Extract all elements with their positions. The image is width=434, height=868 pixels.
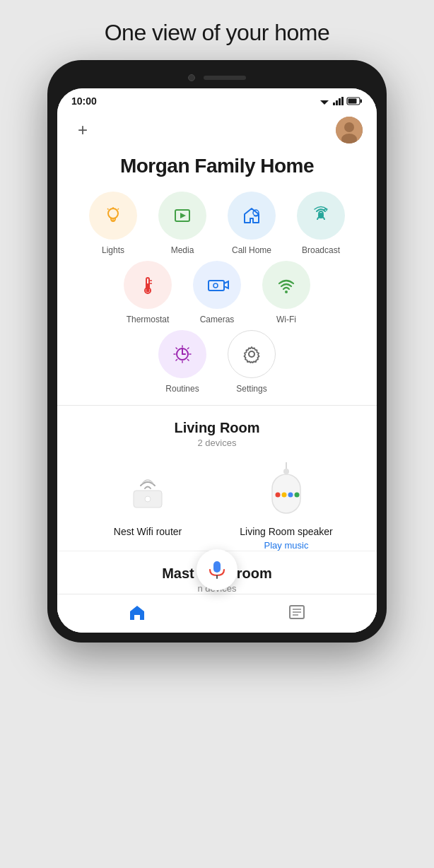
wifi-icon-circle — [262, 261, 310, 309]
status-bar: 10:00 — [57, 88, 377, 111]
nest-wifi-device[interactable]: Nest Wifi router — [98, 462, 197, 537]
broadcast-icon — [310, 204, 332, 227]
home-title: Morgan Family Home — [57, 152, 377, 192]
list-nav-icon — [288, 603, 306, 621]
callhome-label: Call Home — [232, 245, 271, 255]
icon-grid: Lights Media — [57, 192, 377, 394]
wifi-status-icon — [319, 97, 330, 105]
bottom-area: Mast room n devices — [57, 551, 377, 633]
settings-icon-circle — [228, 330, 276, 378]
routines-icon — [171, 343, 194, 365]
svg-point-48 — [283, 469, 289, 474]
settings-label: Settings — [236, 384, 266, 394]
icon-row-1: Lights Media — [69, 192, 365, 255]
status-time: 10:00 — [71, 95, 97, 107]
thermostat-icon-circle — [124, 261, 172, 309]
phone-frame: 10:00 — [47, 60, 387, 643]
status-icons — [319, 97, 363, 105]
callhome-icon-circle — [228, 192, 276, 240]
divider — [57, 405, 377, 406]
top-bar: + — [57, 111, 377, 152]
master-room-title-part2: room — [237, 565, 272, 582]
icon-row-2: Thermostat Cameras — [69, 261, 365, 324]
home-nav-icon — [128, 603, 146, 621]
svg-rect-2 — [333, 102, 335, 105]
svg-point-52 — [288, 493, 293, 498]
nav-list[interactable] — [276, 603, 318, 621]
svg-rect-8 — [348, 99, 357, 104]
avatar[interactable] — [336, 117, 363, 143]
callhome-button[interactable]: Call Home — [220, 192, 283, 255]
mic-fab-button[interactable] — [197, 549, 237, 590]
svg-point-44 — [249, 351, 254, 357]
cameras-button[interactable]: Cameras — [185, 261, 249, 324]
svg-marker-18 — [180, 213, 186, 218]
callhome-icon — [240, 204, 263, 227]
svg-line-43 — [176, 360, 177, 361]
svg-rect-29 — [209, 281, 224, 291]
svg-rect-5 — [341, 97, 344, 105]
broadcast-icon-circle — [297, 192, 345, 240]
svg-marker-30 — [224, 281, 228, 288]
svg-point-10 — [344, 122, 354, 132]
signal-icon — [333, 97, 344, 105]
living-room-speaker-device[interactable]: Living Room speaker Play music — [237, 462, 336, 551]
broadcast-label: Broadcast — [302, 245, 340, 255]
svg-point-51 — [282, 493, 287, 498]
icon-row-3: Routines Settings — [69, 330, 365, 394]
router-svg — [119, 466, 176, 515]
thermostat-button[interactable]: Thermostat — [116, 261, 180, 324]
wifi-label: Wi-Fi — [276, 315, 296, 324]
phone-notch — [57, 70, 377, 88]
nest-wifi-name: Nest Wifi router — [114, 526, 182, 537]
media-button[interactable]: Media — [151, 192, 214, 255]
broadcast-button[interactable]: Broadcast — [289, 192, 353, 255]
device-row: Nest Wifi router — [71, 462, 363, 551]
svg-point-46 — [145, 496, 151, 502]
room-device-count: 2 devices — [71, 438, 363, 448]
add-button[interactable]: + — [71, 119, 94, 141]
svg-line-41 — [188, 360, 189, 361]
play-music-link[interactable]: Play music — [264, 540, 309, 551]
media-label: Media — [171, 245, 194, 255]
wifi-button[interactable]: Wi-Fi — [254, 261, 318, 324]
speaker-svg — [265, 462, 307, 519]
lights-icon-circle — [89, 192, 137, 240]
thermostat-icon — [136, 274, 159, 296]
svg-point-50 — [276, 493, 281, 498]
settings-button[interactable]: Settings — [220, 330, 283, 394]
svg-rect-25 — [147, 283, 149, 289]
app-content: + Morgan Family Home — [57, 111, 377, 633]
svg-marker-0 — [320, 100, 329, 105]
speaker-name: Living Room speaker — [240, 526, 333, 537]
wifi-icon — [275, 274, 298, 296]
routines-icon-circle — [158, 330, 206, 378]
svg-point-12 — [108, 209, 118, 218]
svg-rect-3 — [336, 100, 338, 105]
nest-wifi-icon — [119, 462, 176, 519]
routines-button[interactable]: Routines — [151, 330, 214, 394]
media-icon-circle — [158, 192, 206, 240]
svg-point-31 — [213, 283, 218, 288]
lights-icon — [102, 204, 124, 227]
cameras-icon — [206, 274, 228, 296]
svg-line-42 — [188, 348, 189, 349]
lights-button[interactable]: Lights — [81, 192, 145, 255]
front-camera — [188, 74, 195, 81]
settings-icon — [240, 343, 263, 365]
battery-icon — [347, 97, 363, 105]
svg-point-32 — [285, 291, 288, 293]
svg-rect-7 — [360, 100, 363, 103]
bottom-nav — [57, 594, 377, 633]
earpiece — [204, 76, 246, 80]
phone-screen: 10:00 — [57, 88, 377, 633]
room-title: Living Room — [71, 420, 363, 436]
svg-rect-4 — [339, 98, 341, 105]
lights-label: Lights — [102, 245, 124, 255]
svg-point-26 — [146, 289, 150, 293]
speaker-icon-box — [258, 462, 315, 519]
mic-icon — [207, 560, 227, 580]
master-room-title-part1: Mast — [162, 565, 194, 582]
living-room-section: Living Room 2 devices — [57, 420, 377, 551]
nav-home[interactable] — [116, 603, 158, 621]
